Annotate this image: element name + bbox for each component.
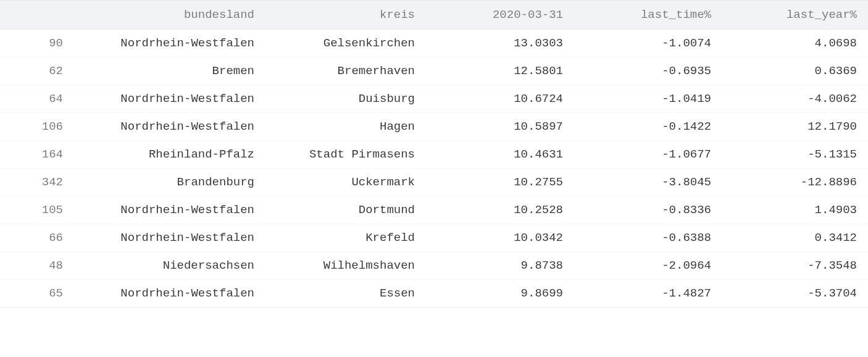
header-last-time: last_time% xyxy=(574,1,722,30)
cell-kreis: Stadt Pirmasens xyxy=(265,141,426,169)
cell-bundesland: Nordrhein-Westfalen xyxy=(74,224,265,252)
cell-last-time: -1.0419 xyxy=(574,85,722,113)
header-date: 2020-03-31 xyxy=(426,1,574,30)
cell-bundesland: Nordrhein-Westfalen xyxy=(74,113,265,141)
cell-index: 105 xyxy=(0,196,74,224)
cell-index: 90 xyxy=(0,30,74,57)
table-row: 90 Nordrhein-Westfalen Gelsenkirchen 13.… xyxy=(0,30,868,57)
cell-kreis: Hagen xyxy=(265,113,426,141)
cell-last-year: 12.1790 xyxy=(722,113,868,141)
cell-last-year: -7.3548 xyxy=(722,252,868,280)
cell-last-time: -0.1422 xyxy=(574,113,722,141)
cell-last-time: -2.0964 xyxy=(574,252,722,280)
cell-index: 342 xyxy=(0,169,74,196)
cell-kreis: Gelsenkirchen xyxy=(265,30,426,57)
cell-date: 10.5897 xyxy=(426,113,574,141)
cell-index: 66 xyxy=(0,224,74,252)
table-row: 105 Nordrhein-Westfalen Dortmund 10.2528… xyxy=(0,196,868,224)
cell-last-year: -5.1315 xyxy=(722,141,868,169)
table-row: 342 Brandenburg Uckermark 10.2755 -3.804… xyxy=(0,169,868,196)
cell-index: 62 xyxy=(0,57,74,85)
cell-kreis: Bremerhaven xyxy=(265,57,426,85)
cell-index: 65 xyxy=(0,280,74,308)
table-row: 48 Niedersachsen Wilhelmshaven 9.8738 -2… xyxy=(0,252,868,280)
cell-date: 12.5801 xyxy=(426,57,574,85)
cell-date: 9.8699 xyxy=(426,280,574,308)
cell-index: 164 xyxy=(0,141,74,169)
cell-date: 10.2755 xyxy=(426,169,574,196)
cell-date: 10.6724 xyxy=(426,85,574,113)
cell-last-time: -1.0677 xyxy=(574,141,722,169)
header-row: bundesland kreis 2020-03-31 last_time% l… xyxy=(0,1,868,30)
cell-bundesland: Bremen xyxy=(74,57,265,85)
cell-last-year: 0.6369 xyxy=(722,57,868,85)
header-last-year: last_year% xyxy=(722,1,868,30)
cell-kreis: Duisburg xyxy=(265,85,426,113)
table-row: 66 Nordrhein-Westfalen Krefeld 10.0342 -… xyxy=(0,224,868,252)
cell-date: 10.4631 xyxy=(426,141,574,169)
cell-last-year: 1.4903 xyxy=(722,196,868,224)
cell-bundesland: Nordrhein-Westfalen xyxy=(74,196,265,224)
table-row: 65 Nordrhein-Westfalen Essen 9.8699 -1.4… xyxy=(0,280,868,308)
cell-last-time: -0.8336 xyxy=(574,196,722,224)
data-table: bundesland kreis 2020-03-31 last_time% l… xyxy=(0,0,868,308)
table-body: 90 Nordrhein-Westfalen Gelsenkirchen 13.… xyxy=(0,30,868,308)
cell-bundesland: Brandenburg xyxy=(74,169,265,196)
cell-kreis: Wilhelmshaven xyxy=(265,252,426,280)
table-row: 106 Nordrhein-Westfalen Hagen 10.5897 -0… xyxy=(0,113,868,141)
cell-index: 64 xyxy=(0,85,74,113)
cell-kreis: Dortmund xyxy=(265,196,426,224)
cell-last-time: -0.6388 xyxy=(574,224,722,252)
cell-index: 106 xyxy=(0,113,74,141)
cell-last-time: -0.6935 xyxy=(574,57,722,85)
table-row: 164 Rheinland-Pfalz Stadt Pirmasens 10.4… xyxy=(0,141,868,169)
cell-last-time: -1.0074 xyxy=(574,30,722,57)
cell-bundesland: Nordrhein-Westfalen xyxy=(74,30,265,57)
cell-date: 13.0303 xyxy=(426,30,574,57)
cell-last-year: -12.8896 xyxy=(722,169,868,196)
cell-kreis: Uckermark xyxy=(265,169,426,196)
header-kreis: kreis xyxy=(265,1,426,30)
table-row: 64 Nordrhein-Westfalen Duisburg 10.6724 … xyxy=(0,85,868,113)
cell-last-year: -4.0062 xyxy=(722,85,868,113)
cell-last-time: -1.4827 xyxy=(574,280,722,308)
cell-last-year: 0.3412 xyxy=(722,224,868,252)
cell-index: 48 xyxy=(0,252,74,280)
cell-date: 9.8738 xyxy=(426,252,574,280)
header-index xyxy=(0,1,74,30)
cell-last-year: -5.3704 xyxy=(722,280,868,308)
cell-kreis: Essen xyxy=(265,280,426,308)
header-bundesland: bundesland xyxy=(74,1,265,30)
cell-last-time: -3.8045 xyxy=(574,169,722,196)
cell-bundesland: Rheinland-Pfalz xyxy=(74,141,265,169)
cell-kreis: Krefeld xyxy=(265,224,426,252)
cell-bundesland: Niedersachsen xyxy=(74,252,265,280)
cell-last-year: 4.0698 xyxy=(722,30,868,57)
table-row: 62 Bremen Bremerhaven 12.5801 -0.6935 0.… xyxy=(0,57,868,85)
cell-date: 10.2528 xyxy=(426,196,574,224)
cell-bundesland: Nordrhein-Westfalen xyxy=(74,85,265,113)
cell-date: 10.0342 xyxy=(426,224,574,252)
cell-bundesland: Nordrhein-Westfalen xyxy=(74,280,265,308)
